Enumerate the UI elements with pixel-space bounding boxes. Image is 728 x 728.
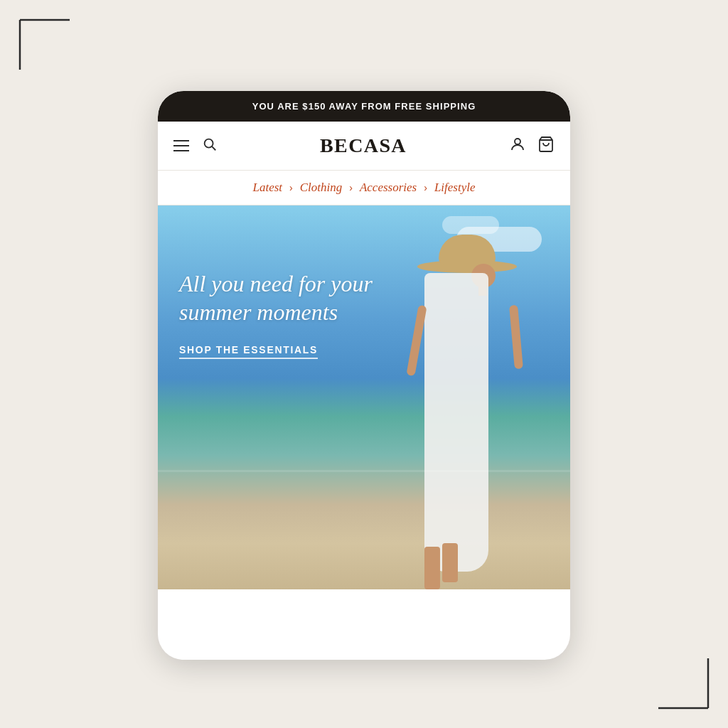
announcement-text: YOU ARE $150 AWAY FROM FREE SHIPPING [252,101,476,112]
hamburger-icon[interactable] [173,140,189,151]
hero-text-block: All you need for your summer moments SHO… [179,269,392,359]
search-icon[interactable] [202,136,218,155]
header-left [173,136,218,155]
separator-2: › [349,182,353,193]
separator-3: › [424,182,427,193]
hero-headline: All you need for your summer moments [179,269,392,326]
top-left-corner-mark [13,13,77,77]
shop-cta-button[interactable]: SHOP THE ESSENTIALS [179,344,318,359]
header: BECASA [158,122,570,171]
hero-section: All you need for your summer moments SHO… [158,205,570,589]
separator-1: › [289,182,293,193]
bottom-right-corner-mark [651,651,715,715]
nav-accessories[interactable]: Accessories [360,181,417,195]
account-icon[interactable] [509,136,526,156]
nav-clothing[interactable]: Clothing [300,181,343,195]
person-dress [424,273,488,572]
person-leg-left [424,547,440,589]
category-nav: Latest › Clothing › Accessories › Lifest… [158,171,570,205]
svg-line-5 [212,146,215,150]
person-leg-right [442,543,458,582]
brand-logo[interactable]: BECASA [320,134,407,157]
nav-lifestyle[interactable]: Lifestyle [434,181,476,195]
hero-person [385,234,528,589]
hat [417,234,517,273]
header-right [509,136,555,156]
person-arm-right [509,305,523,370]
nav-latest[interactable]: Latest [253,181,283,195]
phone-frame: YOU ARE $150 AWAY FROM FREE SHIPPING BEC… [158,91,570,660]
svg-point-6 [515,139,520,144]
hat-crown [439,235,496,264]
svg-point-4 [205,139,213,148]
cloud-2 [442,216,499,234]
announcement-bar: YOU ARE $150 AWAY FROM FREE SHIPPING [158,91,570,122]
horizon-line [158,470,570,472]
cart-icon[interactable] [537,136,555,156]
